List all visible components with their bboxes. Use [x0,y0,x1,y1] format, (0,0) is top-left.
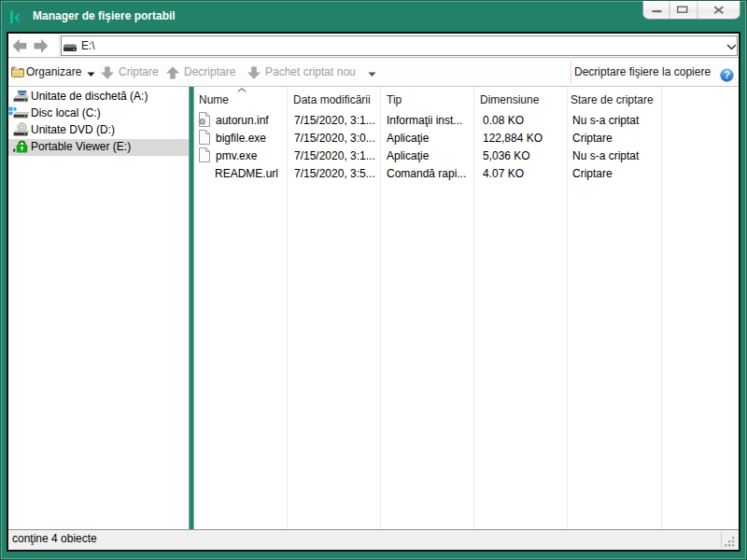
svg-text:?: ? [724,69,729,80]
